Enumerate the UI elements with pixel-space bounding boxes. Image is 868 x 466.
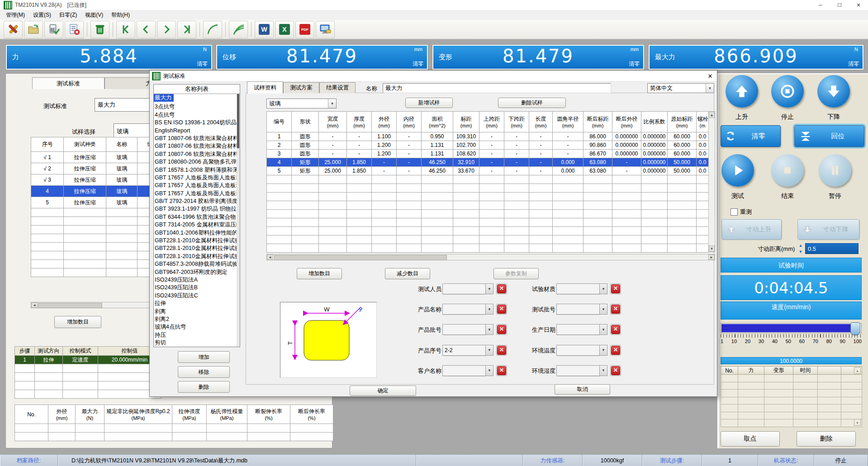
multi-curve-button[interactable] <box>229 21 248 38</box>
retest-checkbox[interactable]: 重测 <box>730 208 752 216</box>
form-field-input[interactable] <box>556 304 599 315</box>
pick-point-button[interactable]: 取点 <box>721 431 780 447</box>
export-pdf-button[interactable]: PDF <box>295 21 314 38</box>
delete-sample-button[interactable]: 删除试样 <box>498 98 566 108</box>
chevron-down-icon[interactable]: ▼ <box>485 304 493 315</box>
chevron-down-icon[interactable]: ▼ <box>599 365 607 376</box>
standards-list-item[interactable]: ISO2439压陷法A <box>154 276 237 284</box>
nav-first-button[interactable] <box>116 21 135 38</box>
curve-button[interactable] <box>203 21 222 38</box>
name-field[interactable]: 最大力 <box>383 83 611 93</box>
ok-button[interactable]: 确定 <box>350 386 416 396</box>
standards-list-item[interactable]: GBT 108080-2006 高聚物多孔弹性 <box>154 158 237 166</box>
standards-list-item[interactable]: GBT 10807-06 软质泡沫聚合材料 <box>154 151 237 158</box>
standards-list-item[interactable]: GBT 17657 人造板及饰面人造板理 <box>154 174 237 182</box>
standards-list-item[interactable]: 4点抗弯 <box>154 111 237 119</box>
tab-sample-data[interactable]: 试样资料 <box>247 81 283 94</box>
chevron-down-icon[interactable]: ▼ <box>485 345 493 356</box>
test-end-button[interactable] <box>771 154 804 187</box>
standards-list-item[interactable]: EnglishReport <box>154 127 237 135</box>
tab-test-standard[interactable]: 测试标准 <box>32 77 104 89</box>
standards-list-item[interactable]: GBT 17657 人造板及饰面人造板理 <box>154 182 237 189</box>
inch-up-button[interactable]: 寸动上升 <box>721 219 782 240</box>
open-report-button[interactable] <box>24 21 43 38</box>
home-button[interactable]: 回位 <box>794 125 864 147</box>
sample-table-row[interactable]: 1圆形 -- 1.100- 0.950109.310 -- -- 86.0000… <box>267 132 709 141</box>
jog-down-button[interactable] <box>817 75 850 108</box>
delete-test-button[interactable] <box>90 21 109 38</box>
standards-list-item[interactable]: 最大力 <box>154 94 174 102</box>
chevron-down-icon[interactable]: ▼ <box>485 283 493 294</box>
standards-list-item[interactable]: GBT 17657 人造板及饰面人造板理 <box>154 190 237 198</box>
inch-down-button[interactable]: 寸动下降 <box>797 219 859 240</box>
test-pause-button[interactable] <box>819 154 851 187</box>
form-field-input[interactable] <box>442 365 485 376</box>
standards-list-item[interactable]: GB/T 2792-2014 胶粘带剥离强度 <box>154 198 237 205</box>
copy-params-button[interactable]: 参数复制 <box>493 268 539 279</box>
standards-list-item[interactable]: 持压 <box>154 331 237 339</box>
menu-settings[interactable]: 设置(S) <box>29 10 55 20</box>
speed-slider[interactable] <box>721 323 862 333</box>
export-word-button[interactable]: W <box>255 21 274 38</box>
close-button[interactable]: ✕ <box>849 0 868 10</box>
standards-list-item[interactable]: BS EN ISO 13936-1 2004纺织品 <box>154 119 237 127</box>
nav-next-button[interactable] <box>157 21 176 38</box>
add-sample-button[interactable]: 新增试样 <box>405 98 453 108</box>
menu-view[interactable]: 视图(V) <box>81 10 107 20</box>
standards-list-item[interactable]: GBT4857.3-2008静载荷堆码试验 <box>154 260 237 268</box>
standards-list-item[interactable]: GBT 10807-06 软质泡沫聚合材料 <box>154 135 237 142</box>
sample-combo[interactable]: 玻璃 ▼ <box>266 99 337 108</box>
zero-button[interactable]: 清零 <box>721 125 781 147</box>
list-delete-button[interactable]: 删除 <box>178 381 230 393</box>
standards-list-item[interactable]: GBT9647-2003环刚度的测定 <box>154 268 237 276</box>
menu-help[interactable]: 帮助(H) <box>107 10 134 20</box>
chevron-down-icon[interactable]: ▼ <box>599 283 607 294</box>
minimize-button[interactable]: ─ <box>811 0 830 10</box>
nav-prev-button[interactable] <box>137 21 156 38</box>
chevron-down-icon[interactable]: ▼ <box>485 365 493 376</box>
standards-list-item[interactable]: ISO2439压陷法B <box>154 284 237 292</box>
form-field-input[interactable] <box>556 283 599 294</box>
standards-list-item[interactable]: 玻璃4点抗弯 <box>154 323 237 331</box>
monitor-button[interactable] <box>316 21 335 38</box>
tab-test-plan[interactable]: 测试方案 <box>283 82 319 93</box>
step-table-row[interactable]: 1 拉伸 定速度 20.000mm/min <box>15 356 161 364</box>
standards-list-item[interactable]: GBT1040.1-2006塑料拉伸性能的 <box>154 229 237 237</box>
standards-list-item[interactable]: GBT 6344-1996 软质泡沫聚合物 <box>154 213 237 221</box>
displacement-clear-button[interactable]: 清零 <box>413 60 423 68</box>
standards-list-item[interactable]: GBT228.1-2010金属材料拉伸试验 <box>154 245 237 252</box>
delete-point-button[interactable]: 删除 <box>797 431 856 447</box>
standards-list-item[interactable]: 剥离2 <box>154 315 237 323</box>
test-start-button[interactable] <box>721 154 754 187</box>
standards-list-item[interactable]: ISO2439压陷法C <box>154 292 237 300</box>
dialog-close-button[interactable]: ✕ <box>703 71 717 81</box>
force-clear-button[interactable]: 清零 <box>197 60 208 68</box>
standards-list-item[interactable]: 3点抗弯 <box>154 103 237 111</box>
form-field-input[interactable] <box>556 365 599 376</box>
point-table-scroll-up[interactable]: ▲ <box>854 367 861 374</box>
language-combo[interactable]: 简体中文 ▼ <box>647 83 714 93</box>
form-field-input[interactable] <box>556 345 599 356</box>
jog-up-button[interactable] <box>726 75 758 108</box>
standards-list-item[interactable]: GBT228.1-2010金属材料拉伸试验 <box>154 237 237 245</box>
form-field-input[interactable] <box>442 304 485 315</box>
inch-distance-spinner[interactable]: ▲▼ <box>797 243 804 254</box>
form-field-input[interactable] <box>442 283 485 294</box>
sample-table-hscrollbar[interactable]: ◄ ► <box>266 254 715 260</box>
list-remove-button[interactable]: 移除 <box>178 366 230 378</box>
chevron-down-icon[interactable]: ▼ <box>599 345 607 356</box>
max-force-clear-button[interactable]: 清零 <box>848 60 859 68</box>
standards-list-item[interactable]: 拉伸 <box>154 300 237 307</box>
chevron-down-icon[interactable]: ▼ <box>599 324 607 335</box>
sample-table-row[interactable]: 2圆形 -- 1.200- 1.131102.700 -- -- 90.8600… <box>267 141 709 150</box>
calibration-button[interactable] <box>44 21 63 38</box>
export-excel-button[interactable]: X <box>275 21 294 38</box>
clear-field-button[interactable]: ✕ <box>610 365 621 376</box>
standards-list-item[interactable]: GBT 3923.1-1997 纺织品 织物拉 <box>154 205 237 213</box>
maximize-button[interactable]: ☐ <box>830 0 849 10</box>
point-table-scroll-down[interactable]: ▼ <box>854 419 861 426</box>
clear-field-button[interactable]: ✕ <box>610 304 621 315</box>
form-field-input[interactable]: 2-2 <box>442 345 485 356</box>
standards-list-item[interactable]: GBT 10807-06 软质泡沫聚合材料 <box>154 142 237 150</box>
form-field-input[interactable] <box>556 324 599 335</box>
